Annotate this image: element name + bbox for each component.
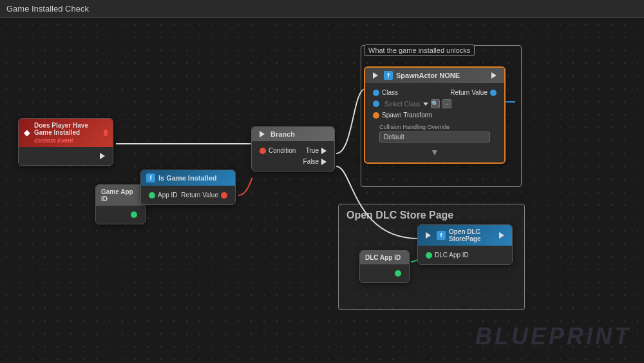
branch-true-out: True [306, 147, 329, 154]
node-branch-title: Branch [270, 130, 295, 138]
node-spawn-actor: f SpawnActor NONE Class Return Value [364, 66, 506, 164]
node-is-game-installed-body: App ID Return Value [141, 186, 235, 204]
collision-label: Collision Handling Override [370, 124, 450, 130]
node-open-dlc: f Open DLC StorePage DLC App ID [417, 224, 513, 265]
node-spawn-actor-title: SpawnActor NONE [396, 72, 460, 79]
node-custom-event-title: Does Player Have Game Installed [34, 122, 100, 136]
collision-dropdown[interactable]: Default [379, 132, 490, 142]
blueprint-canvas[interactable]: What the game installed unlocks Open DLC… [0, 18, 644, 363]
node-game-app-id: Game App ID [95, 184, 146, 224]
condition-label: Condition [269, 147, 296, 154]
return-value-out-pin-spawn [490, 90, 497, 96]
node-spawn-actor-body: Class Return Value Select Class 🔍 → [365, 83, 504, 162]
node-open-dlc-header: f Open DLC StorePage [418, 225, 512, 246]
return-value-pin-row: Return Value [181, 191, 230, 199]
select-class-pin [373, 101, 379, 107]
spawn-actor-icon: f [384, 71, 393, 80]
open-dlc-exec-out [499, 232, 504, 239]
node-dlc-app-id: DLC App ID [359, 250, 410, 283]
spawn-actor-exec-in [373, 72, 378, 79]
dlc-app-id-in-pin [426, 252, 432, 259]
is-game-installed-pins: App ID Return Value [146, 190, 230, 201]
dlc-app-id-label: DLC App ID [435, 251, 469, 259]
title-bar-text: Game Installed Check [6, 4, 89, 14]
node-is-game-installed-title: Is Game Installed [158, 174, 216, 182]
main-container: Game Installed Check What the game insta… [0, 0, 644, 363]
dlc-app-id-out [365, 268, 404, 279]
false-out-pin [321, 159, 327, 165]
spawn-transform-row: Spawn Transform [370, 110, 499, 121]
node-spawn-actor-header: f SpawnActor NONE [365, 68, 504, 83]
spawn-expand-arrow[interactable]: ▼ [370, 146, 499, 159]
goto-btn[interactable]: → [442, 99, 451, 108]
select-class-label: Select Class [384, 101, 421, 108]
exec-out-pin [100, 153, 105, 159]
node-dlc-app-id-header: DLC App ID [360, 251, 409, 264]
false-label: False [303, 158, 319, 165]
true-out-pin [321, 148, 327, 154]
node-custom-event-subtitle: Custom Event [34, 137, 100, 144]
return-value-out-pin [221, 192, 227, 199]
node-custom-event-body [19, 147, 113, 165]
node-dlc-app-id-title: DLC App ID [365, 254, 401, 261]
open-dlc-exec-in [426, 232, 431, 239]
open-dlc-icon: f [437, 231, 446, 240]
is-game-installed-icon: f [146, 173, 155, 182]
select-class-chevron [423, 103, 428, 106]
node-open-dlc-body: DLC App ID [418, 246, 512, 264]
blueprint-watermark: BLUEPRINT [475, 323, 631, 350]
node-game-app-id-title: Game App ID [101, 188, 140, 202]
collision-row: Collision Handling Override Default [370, 121, 499, 146]
spawn-transform-pin [373, 112, 379, 119]
node-is-game-installed: f Is Game Installed App ID Return Value [140, 170, 236, 205]
spawn-class-row: Class Return Value [370, 87, 499, 98]
game-app-id-out-pin [131, 211, 137, 218]
spawn-actor-exec-out [491, 72, 497, 79]
game-app-id-out [101, 210, 140, 220]
branch-exec-in [260, 131, 265, 137]
node-dlc-app-id-body [360, 264, 409, 282]
dlc-app-id-pin-row: DLC App ID [423, 250, 507, 260]
spawn-transform-label: Spawn Transform [382, 112, 432, 119]
class-label: Class [382, 89, 398, 96]
return-value-label: Return Value [181, 191, 218, 199]
comment-label-top: What the game installed unlocks [364, 44, 475, 56]
node-branch: Branch Condition True False [251, 126, 335, 172]
node-is-game-installed-header: f Is Game Installed [141, 170, 235, 186]
true-label: True [306, 147, 319, 154]
title-bar: Game Installed Check [0, 0, 644, 18]
comment-label-bottom: Open DLC Store Page [346, 210, 453, 221]
select-class-row: Select Class 🔍 → [370, 98, 499, 110]
app-id-label: App ID [158, 191, 178, 199]
branch-condition-in: Condition [257, 147, 296, 154]
node-branch-body: Condition True False [252, 141, 334, 171]
app-id-in-pin [149, 192, 155, 199]
node-branch-header: Branch [252, 127, 334, 141]
branch-false-row: False [257, 156, 329, 167]
condition-in-pin [260, 148, 266, 154]
custom-event-exec-out [24, 151, 108, 161]
node-custom-event-header: ◆ Does Player Have Game Installed Custom… [19, 119, 113, 147]
class-in-pin [373, 90, 379, 96]
return-value-label-spawn: Return Value [450, 89, 488, 96]
node-game-app-id-body [96, 206, 145, 224]
dlc-app-id-out-pin [395, 270, 401, 277]
app-id-pin-row: App ID [146, 191, 178, 199]
node-game-app-id-header: Game App ID [96, 185, 145, 206]
node-open-dlc-title: Open DLC StorePage [449, 228, 496, 242]
branch-true-row: Condition True [257, 145, 329, 156]
node-custom-event: ◆ Does Player Have Game Installed Custom… [18, 118, 113, 166]
search-btn[interactable]: 🔍 [431, 99, 440, 108]
